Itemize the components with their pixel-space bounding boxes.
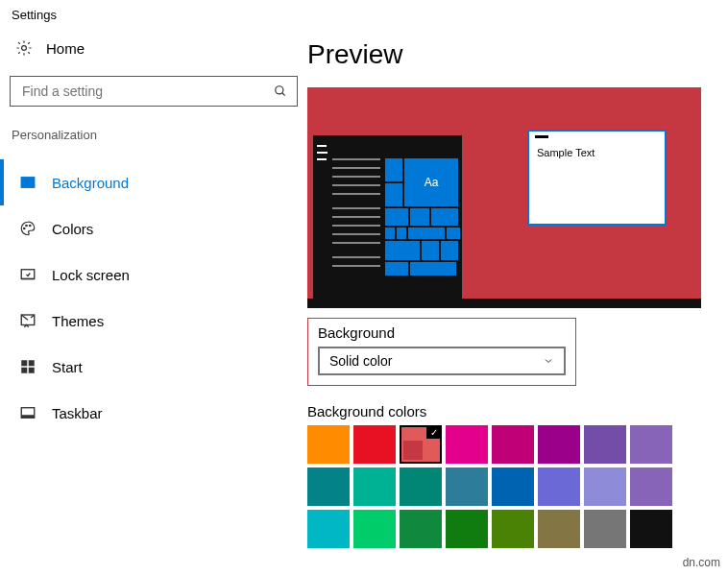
color-swatch[interactable] <box>353 425 396 464</box>
content-area: Preview Aa <box>307 26 705 548</box>
check-icon: ✓ <box>426 425 442 439</box>
color-swatch[interactable] <box>630 425 672 464</box>
preview-tile-aa: Aa <box>404 158 458 206</box>
chevron-down-icon <box>543 355 554 367</box>
preview-pane: Aa <box>307 87 701 308</box>
color-swatch[interactable] <box>307 425 350 464</box>
color-swatch[interactable]: ✓ <box>400 425 442 464</box>
sidebar-item-label: Themes <box>52 313 104 329</box>
window-title: Settings <box>0 0 728 26</box>
color-swatch[interactable] <box>492 425 534 464</box>
sidebar-item-taskbar[interactable]: Taskbar <box>0 390 307 436</box>
picture-icon <box>19 174 36 191</box>
svg-rect-13 <box>29 368 35 373</box>
svg-rect-8 <box>21 270 35 279</box>
preview-taskbar <box>307 299 701 308</box>
svg-rect-10 <box>21 360 27 366</box>
sidebar-item-label: Background <box>52 175 129 191</box>
svg-point-5 <box>24 228 26 229</box>
home-button[interactable]: Home <box>0 39 307 57</box>
svg-rect-11 <box>29 360 35 366</box>
home-label: Home <box>46 40 85 57</box>
preview-start-menu: Aa <box>313 135 462 299</box>
preview-window: Sample Text <box>527 130 667 226</box>
sidebar-item-label: Start <box>52 359 83 375</box>
lock-screen-icon <box>19 266 36 283</box>
search-icon <box>274 84 287 98</box>
sidebar-group-label: Personalization <box>0 128 307 142</box>
color-swatch[interactable] <box>446 425 488 464</box>
color-swatch-grid: ✓ <box>307 425 701 548</box>
color-swatch[interactable] <box>400 510 442 548</box>
svg-rect-15 <box>21 415 35 418</box>
sidebar-item-label: Taskbar <box>52 405 103 421</box>
svg-rect-12 <box>21 368 27 373</box>
color-swatch[interactable] <box>307 510 350 548</box>
color-swatch[interactable] <box>446 510 488 548</box>
color-swatch[interactable] <box>538 467 580 506</box>
watermark: dn.com <box>681 556 722 569</box>
color-swatch[interactable] <box>538 425 580 464</box>
color-swatch[interactable] <box>584 510 626 548</box>
sidebar-item-start[interactable]: Start <box>0 344 307 390</box>
background-colors-label: Background colors <box>307 403 701 419</box>
svg-line-2 <box>282 93 285 96</box>
color-swatch[interactable] <box>353 467 396 506</box>
svg-point-6 <box>26 225 28 227</box>
color-swatch[interactable] <box>584 467 626 506</box>
color-swatch[interactable] <box>584 425 626 464</box>
color-swatch[interactable] <box>538 510 580 548</box>
taskbar-icon <box>19 404 36 421</box>
sample-text-label: Sample Text <box>537 147 657 158</box>
search-box[interactable] <box>10 76 298 107</box>
start-icon <box>19 358 36 375</box>
sidebar-item-label: Colors <box>52 221 93 237</box>
dropdown-selected-value: Solid color <box>329 353 392 369</box>
gear-icon <box>15 39 33 57</box>
sidebar-item-label: Lock screen <box>52 267 130 283</box>
sidebar-item-colors[interactable]: Colors <box>0 205 307 252</box>
color-swatch[interactable] <box>630 467 672 506</box>
color-swatch[interactable] <box>400 467 442 506</box>
color-swatch[interactable] <box>492 510 534 548</box>
search-input[interactable] <box>20 83 274 100</box>
color-swatch[interactable] <box>307 467 350 506</box>
color-swatch[interactable] <box>446 467 488 506</box>
background-option-box: Background Solid color <box>307 318 576 386</box>
palette-icon <box>19 220 36 237</box>
svg-point-7 <box>30 225 32 227</box>
themes-icon <box>19 312 36 329</box>
background-dropdown[interactable]: Solid color <box>318 347 566 375</box>
background-dropdown-label: Background <box>318 324 566 341</box>
sidebar-item-background[interactable]: Background <box>0 159 307 205</box>
sidebar: Home Personalization Background Colors <box>0 26 307 548</box>
svg-point-1 <box>276 86 283 94</box>
sidebar-item-lock-screen[interactable]: Lock screen <box>0 252 307 298</box>
color-swatch[interactable] <box>492 467 534 506</box>
preview-heading: Preview <box>307 39 701 70</box>
svg-point-0 <box>22 46 27 51</box>
color-swatch[interactable] <box>630 510 672 548</box>
sidebar-item-themes[interactable]: Themes <box>0 298 307 344</box>
color-swatch[interactable] <box>353 510 396 548</box>
